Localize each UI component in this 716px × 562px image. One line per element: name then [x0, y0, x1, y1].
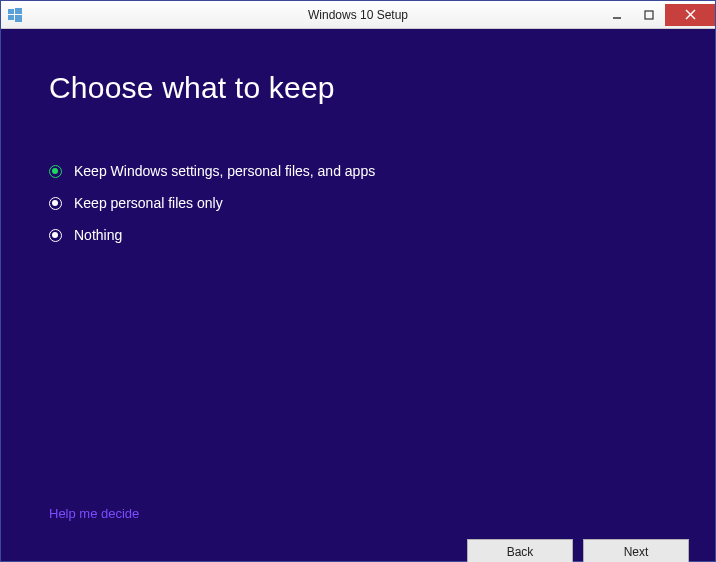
- content-area: Choose what to keep Keep Windows setting…: [1, 29, 715, 561]
- option-nothing[interactable]: Nothing: [49, 227, 703, 243]
- options-group: Keep Windows settings, personal files, a…: [49, 163, 703, 243]
- svg-rect-3: [15, 15, 22, 22]
- radio-icon: [49, 229, 62, 242]
- footer-buttons: Back Next: [467, 539, 689, 562]
- option-keep-files[interactable]: Keep personal files only: [49, 195, 703, 211]
- svg-rect-0: [8, 9, 14, 14]
- help-link[interactable]: Help me decide: [49, 506, 139, 521]
- next-button[interactable]: Next: [583, 539, 689, 562]
- maximize-button[interactable]: [633, 4, 665, 26]
- minimize-button[interactable]: [601, 4, 633, 26]
- titlebar: Windows 10 Setup: [1, 1, 715, 29]
- option-label: Keep Windows settings, personal files, a…: [74, 163, 375, 179]
- radio-icon: [49, 197, 62, 210]
- option-label: Nothing: [74, 227, 122, 243]
- app-icon: [7, 7, 23, 23]
- setup-window: Windows 10 Setup Choose what to keep Kee…: [0, 0, 716, 562]
- svg-rect-1: [15, 8, 22, 14]
- option-keep-all[interactable]: Keep Windows settings, personal files, a…: [49, 163, 703, 179]
- close-button[interactable]: [665, 4, 715, 26]
- svg-rect-5: [645, 11, 653, 19]
- window-controls: [601, 4, 715, 26]
- option-label: Keep personal files only: [74, 195, 223, 211]
- svg-rect-2: [8, 15, 14, 20]
- back-button[interactable]: Back: [467, 539, 573, 562]
- page-heading: Choose what to keep: [49, 71, 703, 105]
- radio-icon: [49, 165, 62, 178]
- inner-panel: Choose what to keep Keep Windows setting…: [13, 71, 703, 562]
